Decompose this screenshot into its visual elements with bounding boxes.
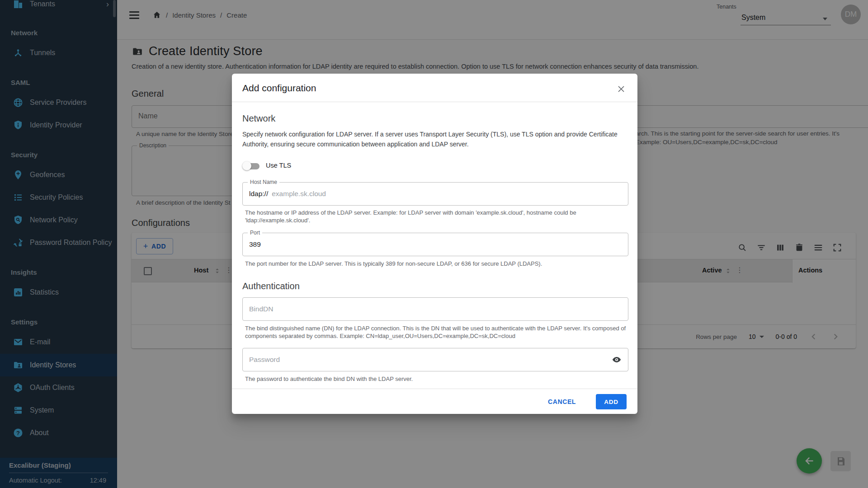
host-name-label: Host Name bbox=[248, 179, 279, 185]
dialog-add-button[interactable]: ADD bbox=[596, 394, 627, 409]
network-section-description: Specify network configuration for LDAP s… bbox=[242, 130, 627, 149]
app-root: Tenants › Network Tunnels SAML Service P… bbox=[0, 0, 868, 488]
dialog-header-divider bbox=[232, 102, 637, 102]
toggle-thumb bbox=[242, 161, 251, 170]
port-helper: The port number for the LDAP server. Thi… bbox=[245, 260, 627, 268]
authentication-section-heading: Authentication bbox=[242, 281, 300, 291]
host-name-field[interactable]: Host Name ldap:// bbox=[242, 182, 628, 206]
use-tls-label: Use TLS bbox=[266, 162, 291, 169]
port-input[interactable] bbox=[249, 240, 622, 249]
show-password-icon[interactable] bbox=[612, 355, 622, 365]
use-tls-toggle[interactable] bbox=[242, 160, 262, 171]
port-field[interactable]: Port bbox=[242, 233, 628, 256]
host-name-input[interactable] bbox=[272, 190, 622, 198]
close-icon[interactable] bbox=[617, 84, 626, 94]
ldap-prefix: ldap:// bbox=[249, 190, 268, 198]
port-label: Port bbox=[248, 230, 262, 236]
network-section-heading: Network bbox=[242, 113, 275, 124]
host-name-helper: The hostname or IP address of the LDAP s… bbox=[245, 209, 627, 224]
cancel-button[interactable]: CANCEL bbox=[544, 394, 580, 409]
password-field[interactable] bbox=[242, 348, 628, 371]
password-helper: The password to authenticate the bind DN… bbox=[245, 375, 627, 383]
dialog-footer-divider bbox=[232, 389, 637, 389]
password-input[interactable] bbox=[249, 356, 612, 364]
binddn-input[interactable] bbox=[249, 305, 622, 313]
dialog-title: Add configuration bbox=[242, 83, 316, 94]
add-configuration-dialog: Add configuration Network Specify networ… bbox=[232, 74, 637, 414]
binddn-field[interactable] bbox=[242, 297, 628, 321]
binddn-helper: The bind distinguished name (DN) for the… bbox=[245, 325, 627, 340]
